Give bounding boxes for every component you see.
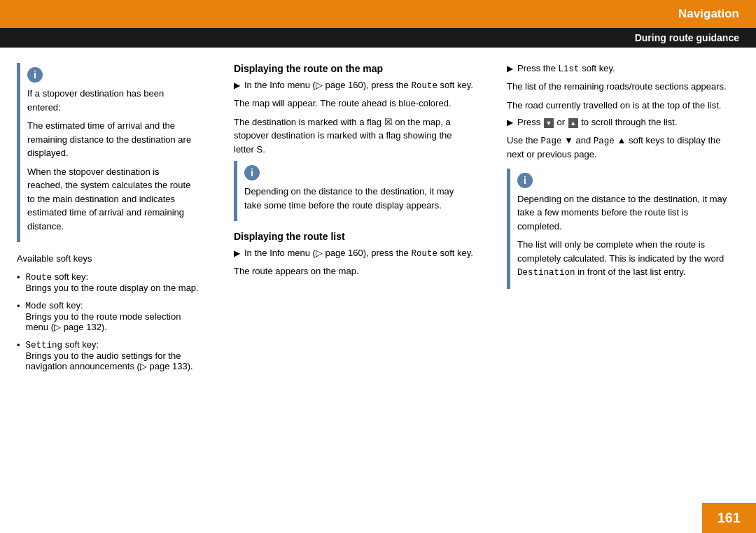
info-content-left: i If a stopover destination has been ent… bbox=[20, 63, 200, 242]
mid-para-1: The map will appear. The route ahead is … bbox=[234, 97, 473, 111]
mid-column: Displaying the route on the map ▶ In the… bbox=[217, 63, 490, 498]
arrow-icon-2: ▶ bbox=[234, 248, 240, 258]
mid-info-box: i Depending on the distance to the desti… bbox=[234, 161, 473, 221]
right-arrow-text-1: Press the List soft key. bbox=[517, 63, 615, 74]
right-para-1: The list of the remaining roads/route se… bbox=[507, 80, 739, 94]
bullet-text-3: Setting soft key:Brings you to the audio… bbox=[26, 339, 200, 371]
info-circle-icon: i bbox=[27, 67, 43, 83]
nav-bar: Navigation bbox=[0, 0, 756, 28]
right-arrow-text-2: Press ▼ or ▲ to scroll through the list. bbox=[517, 117, 678, 128]
list-item: • Setting soft key:Brings you to the aud… bbox=[17, 339, 200, 371]
arrow-icon-1: ▶ bbox=[234, 80, 240, 90]
bullet-text-2: Mode soft key:Brings you to the route mo… bbox=[26, 300, 200, 332]
sub-bar: During route guidance bbox=[0, 28, 756, 48]
info-circle-icon-mid: i bbox=[244, 165, 260, 180]
right-column: ▶ Press the List soft key. The list of t… bbox=[490, 63, 756, 498]
bullet-text-1: Route soft key:Brings you to the route d… bbox=[26, 271, 199, 293]
mid-para-2: The destination is marked with a flag ☒ … bbox=[234, 115, 473, 157]
info-icon-left: i bbox=[27, 67, 193, 83]
left-info-box: i If a stopover destination has been ent… bbox=[17, 63, 200, 242]
nav-title: Navigation bbox=[678, 7, 739, 21]
right-info-para-1: Depending on the distance to the destina… bbox=[517, 192, 732, 234]
section1-title: Displaying the route on the map bbox=[234, 63, 473, 74]
bullet-dot: • bbox=[17, 272, 20, 283]
info-circle-icon-right: i bbox=[517, 173, 533, 188]
soft-keys-list: • Route soft key:Brings you to the route… bbox=[17, 271, 200, 371]
left-info-para-3: When the stopover destination is reached… bbox=[27, 165, 193, 234]
right-para-2: The road currently travelled on is at th… bbox=[507, 99, 739, 113]
available-keys-label: Available soft keys bbox=[17, 252, 200, 266]
scroll-down-icon: ▼ bbox=[544, 118, 554, 128]
section2-arrow-item: ▶ In the Info menu (▷ page 160), press t… bbox=[234, 248, 473, 259]
arrow-icon-4: ▶ bbox=[507, 118, 513, 127]
right-para-3: Use the Page ▼ and Page ▲ soft keys to d… bbox=[507, 134, 739, 162]
section2-arrow-text: In the Info menu (▷ page 160), press the… bbox=[244, 248, 473, 259]
arrow-icon-3: ▶ bbox=[507, 64, 513, 73]
mid-info-text: Depending on the distance to the destina… bbox=[244, 185, 466, 212]
info-icon-right: i bbox=[517, 173, 732, 188]
list-item: • Mode soft key:Brings you to the route … bbox=[17, 300, 200, 332]
section1-arrow-item: ▶ In the Info menu (▷ page 160), press t… bbox=[234, 80, 473, 91]
main-content: i If a stopover destination has been ent… bbox=[0, 63, 756, 498]
info-icon-mid: i bbox=[244, 165, 466, 180]
right-arrow-item-2: ▶ Press ▼ or ▲ to scroll through the lis… bbox=[507, 117, 739, 128]
info-content-mid: i Depending on the distance to the desti… bbox=[237, 161, 473, 221]
left-column: i If a stopover destination has been ent… bbox=[0, 63, 217, 498]
right-info-para-2: The list will only be complete when the … bbox=[517, 238, 732, 280]
left-info-para-1: If a stopover destination has been enter… bbox=[27, 87, 193, 114]
page-number: 161 bbox=[702, 503, 756, 533]
section1-arrow-text: In the Info menu (▷ page 160), press the… bbox=[244, 80, 473, 91]
right-info-box: i Depending on the distance to the desti… bbox=[507, 169, 739, 289]
mid-para-3: The route appears on the map. bbox=[234, 264, 473, 278]
bullet-dot: • bbox=[17, 340, 20, 350]
right-arrow-item-1: ▶ Press the List soft key. bbox=[507, 63, 739, 74]
left-info-para-2: The estimated time of arrival and the re… bbox=[27, 119, 193, 160]
list-item: • Route soft key:Brings you to the route… bbox=[17, 271, 200, 293]
bullet-dot: • bbox=[17, 301, 20, 311]
header: Navigation During route guidance bbox=[0, 0, 756, 48]
info-content-right: i Depending on the distance to the desti… bbox=[510, 169, 739, 289]
section2-title: Displaying the route list bbox=[234, 231, 473, 242]
sub-title: During route guidance bbox=[635, 32, 739, 43]
scroll-up-icon: ▲ bbox=[568, 118, 578, 128]
